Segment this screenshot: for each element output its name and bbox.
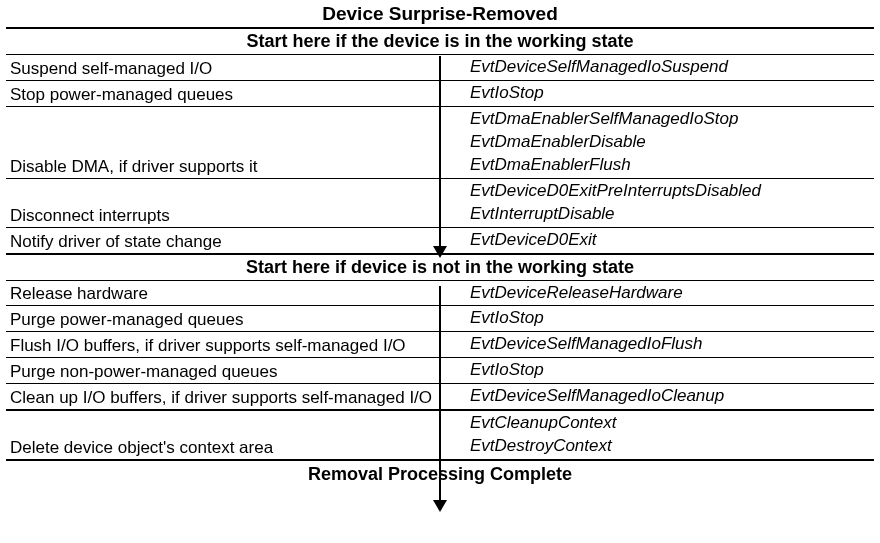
callback-cell: EvtDmaEnablerSelfManagedIoStop EvtDmaEna… <box>440 107 874 178</box>
callback-name: EvtDeviceReleaseHardware <box>470 282 870 305</box>
action-cell: Release hardware <box>6 281 440 306</box>
callback-cell: EvtIoStop <box>440 358 874 383</box>
action-cell: Disconnect interrupts <box>6 179 440 227</box>
callback-name: EvtIoStop <box>470 82 870 105</box>
callback-cell: EvtDeviceReleaseHardware <box>440 281 874 306</box>
callback-cell: EvtDeviceSelfManagedIoCleanup <box>440 384 874 409</box>
callback-name: EvtDestroyContext <box>470 435 870 458</box>
arrow-down-icon <box>433 500 447 512</box>
callback-name: EvtDeviceSelfManagedIoCleanup <box>470 385 870 408</box>
action-cell: Purge power-managed queues <box>6 306 440 331</box>
action-cell: Notify driver of state change <box>6 228 440 253</box>
arrow-down-icon <box>433 246 447 258</box>
callback-cell: EvtIoStop <box>440 306 874 331</box>
flow-arrow-line <box>439 286 441 502</box>
action-cell: Flush I/O buffers, if driver supports se… <box>6 332 440 357</box>
callback-name: EvtDeviceSelfManagedIoFlush <box>470 333 870 356</box>
callback-cell: EvtDeviceD0ExitPreInterruptsDisabled Evt… <box>440 179 874 227</box>
callback-cell: EvtDeviceSelfManagedIoSuspend <box>440 55 874 80</box>
callback-cell: EvtIoStop <box>440 81 874 106</box>
callback-name: EvtDeviceD0Exit <box>470 229 870 252</box>
callback-name: EvtIoStop <box>470 307 870 330</box>
action-cell: Disable DMA, if driver supports it <box>6 107 440 178</box>
diagram-title: Device Surprise-Removed <box>6 2 874 27</box>
callback-name: EvtDmaEnablerSelfManagedIoStop <box>470 108 870 131</box>
callback-cell: EvtDeviceSelfManagedIoFlush <box>440 332 874 357</box>
action-cell: Purge non-power-managed queues <box>6 358 440 383</box>
callback-cell: EvtCleanupContext EvtDestroyContext <box>440 411 874 459</box>
callback-name: EvtInterruptDisable <box>470 203 870 226</box>
section1-header: Start here if the device is in the worki… <box>6 27 874 54</box>
action-cell: Stop power-managed queues <box>6 81 440 106</box>
callback-name: EvtDmaEnablerFlush <box>470 154 870 177</box>
callback-name: EvtCleanupContext <box>470 412 870 435</box>
callback-name: EvtDmaEnablerDisable <box>470 131 870 154</box>
callback-name: EvtDeviceD0ExitPreInterruptsDisabled <box>470 180 870 203</box>
flow-arrow-line <box>439 56 441 248</box>
callback-cell: EvtDeviceD0Exit <box>440 228 874 253</box>
action-cell: Clean up I/O buffers, if driver supports… <box>6 384 440 409</box>
action-cell: Suspend self-managed I/O <box>6 55 440 80</box>
callback-name: EvtIoStop <box>470 359 870 382</box>
action-cell: Delete device object's context area <box>6 411 440 459</box>
callback-name: EvtDeviceSelfManagedIoSuspend <box>470 56 870 79</box>
